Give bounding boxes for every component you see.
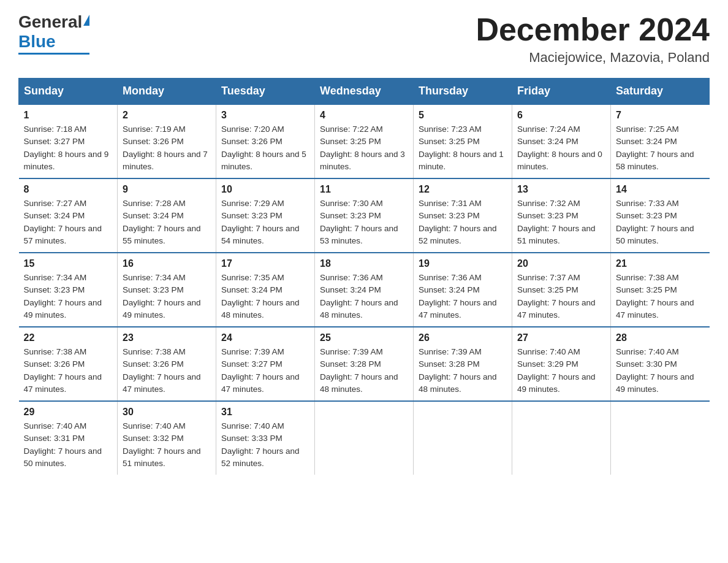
day-number: 24 [221, 332, 309, 343]
day-number: 30 [123, 407, 211, 418]
table-row: 23 Sunrise: 7:38 AM Sunset: 3:26 PM Dayl… [118, 327, 216, 401]
calendar-week-row: 29 Sunrise: 7:40 AM Sunset: 3:31 PM Dayl… [19, 401, 710, 475]
day-info: Sunrise: 7:40 AM Sunset: 3:33 PM Dayligh… [221, 420, 309, 470]
day-number: 22 [24, 332, 113, 343]
day-number: 25 [320, 332, 408, 343]
day-info: Sunrise: 7:34 AM Sunset: 3:23 PM Dayligh… [24, 272, 113, 321]
day-number: 9 [123, 184, 211, 195]
calendar-week-row: 22 Sunrise: 7:38 AM Sunset: 3:26 PM Dayl… [19, 327, 710, 401]
location: Maciejowice, Mazovia, Poland [476, 50, 710, 66]
calendar-week-row: 1 Sunrise: 7:18 AM Sunset: 3:27 PM Dayli… [19, 104, 710, 178]
day-number: 23 [123, 332, 211, 343]
day-number: 7 [616, 110, 705, 121]
table-row: 26 Sunrise: 7:39 AM Sunset: 3:28 PM Dayl… [414, 327, 512, 401]
day-info: Sunrise: 7:39 AM Sunset: 3:28 PM Dayligh… [320, 346, 408, 396]
col-thursday: Thursday [414, 79, 512, 105]
day-info: Sunrise: 7:27 AM Sunset: 3:24 PM Dayligh… [24, 197, 113, 247]
day-info: Sunrise: 7:33 AM Sunset: 3:23 PM Dayligh… [616, 197, 705, 247]
calendar-header-row: Sunday Monday Tuesday Wednesday Thursday… [19, 79, 710, 105]
day-number: 8 [24, 184, 113, 195]
table-row: 18 Sunrise: 7:36 AM Sunset: 3:24 PM Dayl… [315, 253, 414, 327]
day-number: 12 [419, 184, 507, 195]
day-number: 31 [221, 407, 309, 418]
day-info: Sunrise: 7:24 AM Sunset: 3:24 PM Dayligh… [517, 123, 605, 173]
day-number: 2 [123, 110, 211, 121]
table-row: 29 Sunrise: 7:40 AM Sunset: 3:31 PM Dayl… [19, 401, 118, 475]
col-wednesday: Wednesday [315, 79, 414, 105]
table-row: 9 Sunrise: 7:28 AM Sunset: 3:24 PM Dayli… [118, 178, 216, 253]
table-row: 16 Sunrise: 7:34 AM Sunset: 3:23 PM Dayl… [118, 253, 216, 327]
table-row: 6 Sunrise: 7:24 AM Sunset: 3:24 PM Dayli… [512, 104, 611, 178]
day-info: Sunrise: 7:40 AM Sunset: 3:30 PM Dayligh… [616, 346, 705, 396]
day-info: Sunrise: 7:40 AM Sunset: 3:31 PM Dayligh… [24, 420, 113, 470]
calendar-week-row: 15 Sunrise: 7:34 AM Sunset: 3:23 PM Dayl… [19, 253, 710, 327]
day-info: Sunrise: 7:39 AM Sunset: 3:27 PM Dayligh… [221, 346, 309, 396]
page-header: General Blue December 2024 Maciejowice, … [18, 12, 710, 66]
day-number: 4 [320, 110, 408, 121]
table-row: 5 Sunrise: 7:23 AM Sunset: 3:25 PM Dayli… [414, 104, 512, 178]
day-number: 19 [419, 258, 507, 269]
table-row: 1 Sunrise: 7:18 AM Sunset: 3:27 PM Dayli… [19, 104, 118, 178]
table-row: 15 Sunrise: 7:34 AM Sunset: 3:23 PM Dayl… [19, 253, 118, 327]
day-info: Sunrise: 7:28 AM Sunset: 3:24 PM Dayligh… [123, 197, 211, 247]
day-number: 15 [24, 258, 113, 269]
logo: General Blue [18, 12, 89, 55]
table-row: 19 Sunrise: 7:36 AM Sunset: 3:24 PM Dayl… [414, 253, 512, 327]
day-number: 13 [517, 184, 605, 195]
table-row [315, 401, 414, 475]
table-row: 22 Sunrise: 7:38 AM Sunset: 3:26 PM Dayl… [19, 327, 118, 401]
day-number: 5 [419, 110, 507, 121]
day-number: 20 [517, 258, 605, 269]
day-info: Sunrise: 7:25 AM Sunset: 3:24 PM Dayligh… [616, 123, 705, 173]
table-row: 8 Sunrise: 7:27 AM Sunset: 3:24 PM Dayli… [19, 178, 118, 253]
table-row: 3 Sunrise: 7:20 AM Sunset: 3:26 PM Dayli… [216, 104, 315, 178]
table-row [611, 401, 710, 475]
day-info: Sunrise: 7:30 AM Sunset: 3:23 PM Dayligh… [320, 197, 408, 247]
day-info: Sunrise: 7:34 AM Sunset: 3:23 PM Dayligh… [123, 272, 211, 321]
table-row: 4 Sunrise: 7:22 AM Sunset: 3:25 PM Dayli… [315, 104, 414, 178]
table-row: 28 Sunrise: 7:40 AM Sunset: 3:30 PM Dayl… [611, 327, 710, 401]
day-number: 29 [24, 407, 113, 418]
table-row: 10 Sunrise: 7:29 AM Sunset: 3:23 PM Dayl… [216, 178, 315, 253]
table-row: 7 Sunrise: 7:25 AM Sunset: 3:24 PM Dayli… [611, 104, 710, 178]
day-info: Sunrise: 7:18 AM Sunset: 3:27 PM Dayligh… [24, 123, 113, 173]
day-info: Sunrise: 7:22 AM Sunset: 3:25 PM Dayligh… [320, 123, 408, 173]
day-info: Sunrise: 7:36 AM Sunset: 3:24 PM Dayligh… [419, 272, 507, 321]
table-row: 21 Sunrise: 7:38 AM Sunset: 3:25 PM Dayl… [611, 253, 710, 327]
day-info: Sunrise: 7:20 AM Sunset: 3:26 PM Dayligh… [221, 123, 309, 173]
day-number: 3 [221, 110, 309, 121]
day-number: 21 [616, 258, 705, 269]
day-number: 27 [517, 332, 605, 343]
col-sunday: Sunday [19, 79, 118, 105]
table-row: 11 Sunrise: 7:30 AM Sunset: 3:23 PM Dayl… [315, 178, 414, 253]
calendar-table: Sunday Monday Tuesday Wednesday Thursday… [18, 78, 710, 475]
day-info: Sunrise: 7:36 AM Sunset: 3:24 PM Dayligh… [320, 272, 408, 321]
day-info: Sunrise: 7:29 AM Sunset: 3:23 PM Dayligh… [221, 197, 309, 247]
table-row: 27 Sunrise: 7:40 AM Sunset: 3:29 PM Dayl… [512, 327, 611, 401]
col-tuesday: Tuesday [216, 79, 315, 105]
day-info: Sunrise: 7:35 AM Sunset: 3:24 PM Dayligh… [221, 272, 309, 321]
day-info: Sunrise: 7:39 AM Sunset: 3:28 PM Dayligh… [419, 346, 507, 396]
day-info: Sunrise: 7:38 AM Sunset: 3:25 PM Dayligh… [616, 272, 705, 321]
calendar-week-row: 8 Sunrise: 7:27 AM Sunset: 3:24 PM Dayli… [19, 178, 710, 253]
table-row [414, 401, 512, 475]
day-info: Sunrise: 7:31 AM Sunset: 3:23 PM Dayligh… [419, 197, 507, 247]
day-info: Sunrise: 7:40 AM Sunset: 3:29 PM Dayligh… [517, 346, 605, 396]
logo-general: General [18, 12, 82, 32]
day-info: Sunrise: 7:38 AM Sunset: 3:26 PM Dayligh… [123, 346, 211, 396]
table-row: 14 Sunrise: 7:33 AM Sunset: 3:23 PM Dayl… [611, 178, 710, 253]
day-number: 11 [320, 184, 408, 195]
col-monday: Monday [118, 79, 216, 105]
day-number: 10 [221, 184, 309, 195]
day-info: Sunrise: 7:40 AM Sunset: 3:32 PM Dayligh… [123, 420, 211, 470]
title-section: December 2024 Maciejowice, Mazovia, Pola… [476, 12, 710, 66]
day-number: 1 [24, 110, 113, 121]
table-row: 2 Sunrise: 7:19 AM Sunset: 3:26 PM Dayli… [118, 104, 216, 178]
day-number: 6 [517, 110, 605, 121]
month-title: December 2024 [476, 12, 710, 47]
table-row: 13 Sunrise: 7:32 AM Sunset: 3:23 PM Dayl… [512, 178, 611, 253]
logo-underline [18, 53, 89, 55]
day-number: 17 [221, 258, 309, 269]
day-info: Sunrise: 7:23 AM Sunset: 3:25 PM Dayligh… [419, 123, 507, 173]
day-number: 26 [419, 332, 507, 343]
